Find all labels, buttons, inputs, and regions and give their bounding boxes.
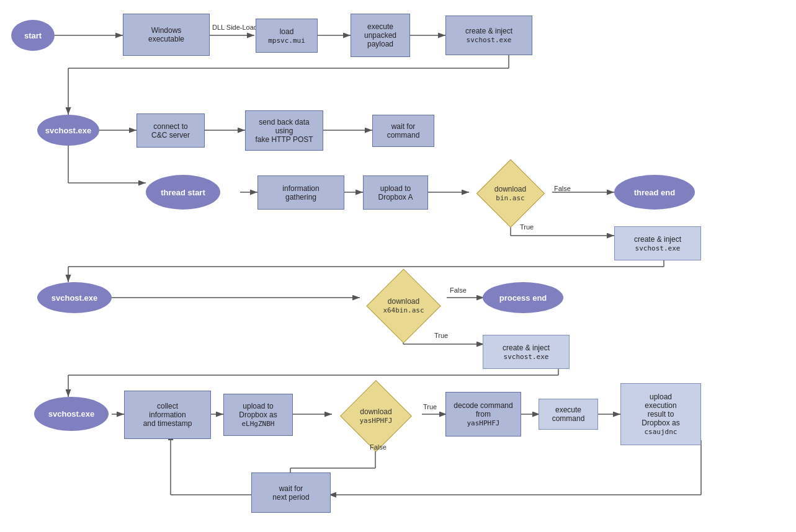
info-gathering-node: informationgathering [257, 175, 344, 210]
load-mpsvc-node: loadmpsvc.mui [256, 19, 318, 53]
svchost3-node: svchost.exe [34, 397, 109, 431]
download-binasc-diamond: downloadbin.asc [468, 169, 552, 218]
execute-payload-node: executeunpackedpayload [351, 14, 410, 57]
download-x64-diamond: downloadx64bin.asc [359, 278, 449, 334]
upload-dropbox-a-node: upload toDropbox A [363, 175, 428, 210]
thread-end-node: thread end [614, 175, 695, 210]
download-yas-diamond: downloadyasHPHFJ [330, 389, 422, 442]
wait-command-node: wait forcommand [372, 115, 434, 147]
flowchart-diagram: start Windows executable DLL Side-Loadin… [0, 0, 796, 532]
process-end-node: process end [483, 282, 563, 313]
upload-elhg-node: upload toDropbox aseLHgZNBH [223, 394, 293, 436]
upload-result-node: uploadexecutionresult toDropbox ascsaujd… [620, 383, 701, 445]
create-inject-3-node: create & injectsvchost.exe [483, 335, 570, 369]
thread-start-node: thread start [146, 175, 220, 210]
svchost2-node: svchost.exe [37, 282, 112, 313]
decode-cmd-node: decode commandfromyasHPHFJ [445, 392, 521, 437]
send-back-node: send back datausingfake HTTP POST [245, 110, 323, 151]
yas-false-label: False [370, 443, 387, 451]
wait-next-node: wait fornext period [251, 472, 331, 513]
create-inject-1-node: create & injectsvchost.exe [445, 16, 532, 55]
yas-true-label: True [423, 403, 437, 410]
connect-cc-node: connect toC&C server [136, 113, 205, 148]
x64-false-label: False [450, 286, 467, 294]
win-exec-label: Windows executable [148, 26, 184, 43]
win-exec-node: Windows executable [123, 14, 210, 56]
start-node: start [11, 20, 55, 51]
binasc-false-label: False [554, 185, 571, 192]
create-inject-2-node: create & injectsvchost.exe [614, 226, 701, 260]
execute-cmd-node: executecommand [539, 399, 598, 430]
collect-info-node: collectinformationand timestamp [124, 391, 211, 439]
svchost1-node: svchost.exe [37, 115, 99, 146]
x64-true-label: True [434, 332, 448, 339]
binasc-true-label: True [520, 223, 534, 231]
